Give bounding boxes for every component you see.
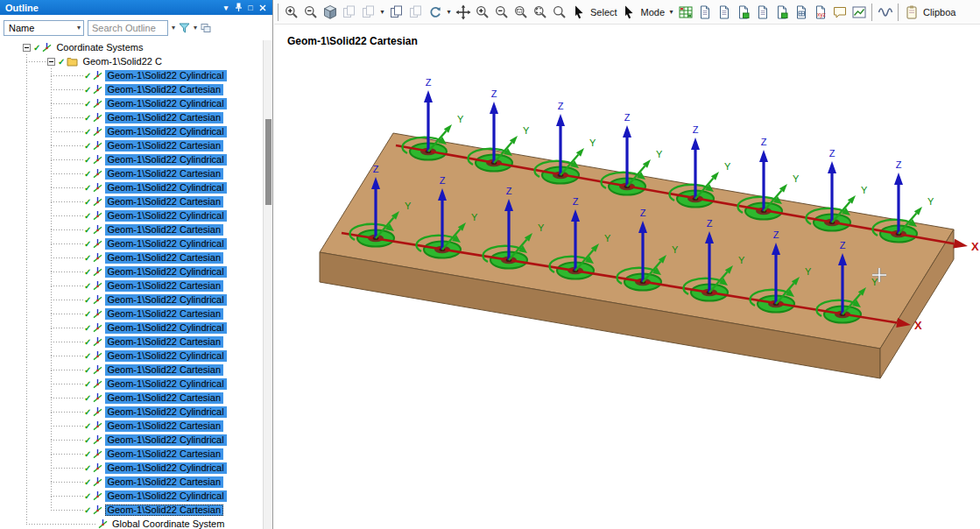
tree-row-coordinate-system[interactable]: ✓Geom-1\Solid22 Cylindrical: [0, 124, 263, 138]
tree-row-coordinate-system[interactable]: ✓Geom-1\Solid22 Cartesian: [0, 447, 263, 461]
xyz-coordinates-icon[interactable]: xyz: [811, 3, 829, 22]
check-icon: ✓: [84, 113, 91, 123]
check-icon: ✓: [84, 491, 91, 501]
tree-row-coordinate-system[interactable]: ✓Geom-1\Solid22 Cylindrical: [0, 489, 263, 503]
viewport-annotation-label: Geom-1\Solid22 Cartesian: [287, 35, 418, 47]
tree-item-label: Geom-1\Solid22 Cylindrical: [105, 266, 226, 278]
expand-collapse-icon[interactable]: [201, 20, 211, 36]
page-table-icon[interactable]: [792, 3, 810, 22]
wave-icon[interactable]: [876, 3, 894, 22]
copy-page-icon[interactable]: [695, 3, 714, 22]
outline-titlebar[interactable]: Outline ▾ □: [0, 0, 272, 15]
tree-item-label: Geom-1\Solid22 Cylindrical: [105, 434, 226, 446]
tree-row-coordinate-system[interactable]: ✓Geom-1\Solid22 Cylindrical: [0, 377, 263, 391]
search-outline-input[interactable]: [88, 20, 168, 36]
check-icon: ✓: [84, 225, 91, 235]
tree-row-coordinate-system[interactable]: ✓Geom-1\Solid22 Cartesian: [0, 279, 263, 293]
maximize-icon[interactable]: □: [244, 2, 257, 13]
tree-row-coordinate-system[interactable]: ✓Geom-1\Solid22 Cartesian: [0, 475, 263, 489]
tree-item-label: Global Coordinate System: [110, 518, 227, 529]
expander-icon[interactable]: [23, 44, 31, 52]
clipboard-label[interactable]: Clipboa: [921, 7, 957, 18]
zoom-out-icon[interactable]: [301, 3, 320, 22]
magnifier-icon[interactable]: [550, 3, 568, 22]
iso-view-icon[interactable]: [321, 3, 339, 22]
tree-row-coordinate-system[interactable]: ✓Geom-1\Solid22 Cartesian: [0, 503, 263, 517]
pin-icon[interactable]: [232, 2, 244, 13]
page-green-icon[interactable]: [772, 3, 791, 22]
tree-row-coordinate-system[interactable]: ✓Geom-1\Solid22 Cylindrical: [0, 96, 263, 110]
tree-row-coordinate-system[interactable]: ✓Geom-1\Solid22 Cylindrical: [0, 349, 263, 363]
tree-row-coordinate-system[interactable]: ✓Geom-1\Solid22 Cartesian: [0, 222, 263, 236]
svg-text:X: X: [914, 319, 922, 332]
tree-row-coordinate-system[interactable]: ✓Geom-1\Solid22 Cartesian: [0, 250, 263, 264]
tree-row-coordinate-system[interactable]: ✓Geom-1\Solid22 Cartesian: [0, 363, 263, 377]
tree-row-coordinate-system[interactable]: ✓Geom-1\Solid22 Cylindrical: [0, 433, 263, 447]
figure-image-icon[interactable]: [850, 3, 868, 22]
tree-row-coordinate-system[interactable]: ✓Geom-1\Solid22 Cylindrical: [0, 152, 263, 166]
viewport-3d[interactable]: Geom-1\Solid22 Cartesian XXZYZYZYZYZYZYZ…: [274, 25, 980, 529]
tree-scrollbar-thumb[interactable]: [265, 119, 271, 205]
zoom-to-fit-icon[interactable]: [531, 3, 549, 22]
tree-row-coordinate-system[interactable]: ✓Geom-1\Solid22 Cylindrical: [0, 461, 263, 475]
view-history-dropdown[interactable]: ▾: [378, 8, 386, 16]
export-page-icon[interactable]: [734, 3, 752, 22]
tree-row-coordinate-system[interactable]: ✓Geom-1\Solid22 Cartesian: [0, 391, 263, 405]
tree-row-coordinate-system[interactable]: ✓Geom-1\Solid22 Cylindrical: [0, 208, 263, 222]
svg-text:Y: Y: [471, 212, 478, 222]
duplicate-page-icon[interactable]: [715, 3, 733, 22]
tree-row-coordinate-system[interactable]: ✓Geom-1\Solid22 Cartesian: [0, 138, 263, 152]
chevron-down-icon[interactable]: ▾: [220, 2, 232, 13]
search-dropdown-icon[interactable]: ▾: [172, 24, 175, 32]
outline-tree[interactable]: ✓Coordinate Systems✓Geom-1\Solid22 C✓Geo…: [0, 40, 263, 529]
mode-cursor-icon[interactable]: [620, 3, 638, 22]
zoom-out-2-icon[interactable]: [492, 3, 511, 22]
mode-dropdown[interactable]: ▾: [667, 8, 675, 16]
tree-row-coordinate-system[interactable]: ✓Geom-1\Solid22 Cylindrical: [0, 236, 263, 250]
tree-row-coordinate-system[interactable]: ✓Geom-1\Solid22 Cylindrical: [0, 293, 263, 307]
coordinate-system-icon: [93, 84, 102, 95]
expander-icon[interactable]: [47, 58, 55, 66]
tree-row-coordinate-system[interactable]: ✓Geom-1\Solid22 Cartesian: [0, 110, 263, 124]
tree-row-coordinate-system[interactable]: ✓Geom-1\Solid22 Cartesian: [0, 166, 263, 180]
filter-funnel-icon[interactable]: [179, 20, 190, 36]
box-zoom-icon[interactable]: [511, 3, 530, 22]
filter-dropdown-icon[interactable]: ▾: [194, 24, 197, 32]
tree-row-global-coordinate-system[interactable]: Global Coordinate System: [0, 517, 263, 529]
fe-selection-grid-icon[interactable]: [676, 3, 694, 22]
tree-row-coordinate-system[interactable]: ✓Geom-1\Solid22 Cylindrical: [0, 405, 263, 419]
toolbar-separator-2: [871, 4, 872, 21]
tree-row-coordinate-system[interactable]: ✓Geom-1\Solid22 Cartesian: [0, 419, 263, 433]
mode-label[interactable]: Mode: [639, 7, 667, 18]
coordinate-system-icon: [93, 238, 102, 249]
tree-row-coordinate-system[interactable]: ✓Geom-1\Solid22 Cartesian: [0, 307, 263, 321]
copy-view-icon[interactable]: [387, 3, 405, 22]
select-label[interactable]: Select: [589, 7, 619, 18]
tree-row-coordinate-system[interactable]: ✓Geom-1\Solid22 Cylindrical: [0, 180, 263, 194]
pan-icon[interactable]: [454, 3, 472, 22]
tree-item-label: Geom-1\Solid22 Cartesian: [105, 168, 223, 180]
tree-row-solid22-folder[interactable]: ✓Geom-1\Solid22 C: [0, 54, 263, 68]
clipboard-icon[interactable]: [902, 3, 920, 22]
tree-row-coordinate-system[interactable]: ✓Geom-1\Solid22 Cylindrical: [0, 321, 263, 335]
refresh-dropdown[interactable]: ▾: [445, 8, 453, 16]
tree-scrollbar[interactable]: [263, 40, 272, 529]
tree-row-coordinate-system[interactable]: ✓Geom-1\Solid22 Cartesian: [0, 335, 263, 349]
coordinate-system-icon: [93, 196, 102, 207]
tree-row-coordinate-system[interactable]: ✓Geom-1\Solid22 Cartesian: [0, 194, 263, 208]
comment-icon[interactable]: [830, 3, 849, 22]
zoom-in-icon[interactable]: [282, 3, 300, 22]
check-icon: ✓: [84, 449, 91, 459]
zoom-in-2-icon[interactable]: [473, 3, 491, 22]
name-filter-dropdown[interactable]: Name ▾: [4, 20, 84, 36]
tree-row-coordinate-system[interactable]: ✓Geom-1\Solid22 Cylindrical: [0, 264, 263, 279]
check-icon: ✓: [84, 351, 91, 361]
refresh-view-icon[interactable]: [426, 3, 444, 22]
tree-row-coordinate-systems[interactable]: ✓Coordinate Systems: [0, 40, 263, 54]
select-cursor-icon[interactable]: [569, 3, 588, 22]
page-variant-icon[interactable]: [753, 3, 772, 22]
viewport-3d-scene[interactable]: XXZYZYZYZYZYZYZYZYZYZYZYZYZYZYZYZY: [274, 25, 980, 529]
close-icon[interactable]: [257, 2, 269, 13]
tree-row-coordinate-system[interactable]: ✓Geom-1\Solid22 Cylindrical: [0, 68, 263, 82]
tree-row-coordinate-system[interactable]: ✓Geom-1\Solid22 Cartesian: [0, 82, 263, 96]
